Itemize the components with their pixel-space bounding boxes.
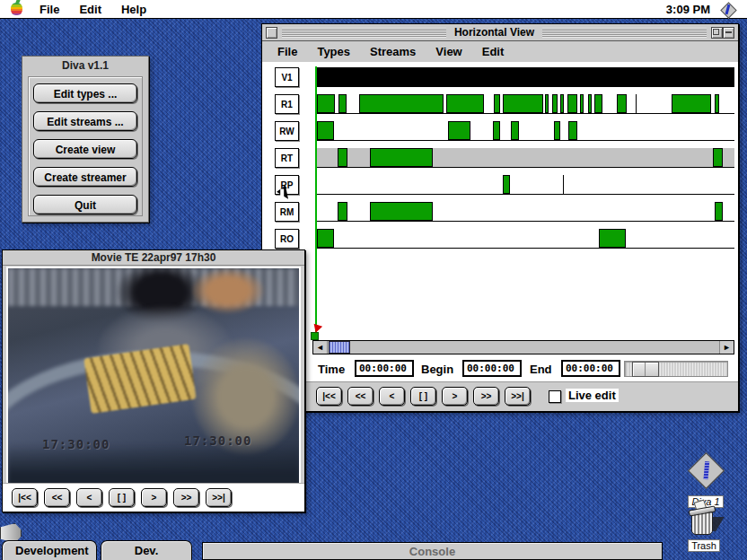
track-bar-rw[interactable] [316,121,734,141]
stop-button[interactable]: [ ] [410,387,436,406]
step-forward-button[interactable]: > [442,387,468,406]
clip-segment[interactable] [338,94,347,113]
clip-segment[interactable] [554,121,560,140]
clip-segment[interactable] [448,121,470,140]
clip-segment[interactable] [317,229,334,248]
clip-segment[interactable] [568,121,577,140]
step-back-button[interactable]: < [379,387,405,406]
clip-segment[interactable] [493,121,500,140]
track-bar-v1[interactable] [316,67,734,87]
menu-edit[interactable]: Edit [69,3,111,16]
hv-titlebar[interactable]: Horizontal View [262,24,738,41]
apple-menu-icon[interactable] [11,3,22,15]
clip-segment[interactable] [715,94,719,113]
stop-button[interactable]: [ ] [109,488,135,507]
track-bar-rt[interactable] [316,148,734,168]
track-bar-ro[interactable] [316,229,734,249]
tab-dev-projects[interactable]: Dev. Projects [101,540,192,560]
clip-segment[interactable] [713,148,723,167]
go-end-button[interactable]: >>| [505,387,531,406]
track-label-r1[interactable]: R1 [275,94,299,114]
menu-file[interactable]: File [30,3,69,16]
zoom-slider-thumb[interactable] [632,362,659,377]
clip-segment[interactable] [370,202,433,221]
begin-field[interactable] [462,360,522,377]
track-label-rt[interactable]: RT [275,148,299,168]
zoom-slider[interactable] [624,361,728,377]
go-start-button[interactable]: |<< [12,488,38,507]
track-bar-r1[interactable] [316,94,734,114]
clip-segment[interactable] [317,121,334,140]
hv-menu-types[interactable]: Types [307,45,360,58]
clip-segment[interactable] [494,94,500,113]
time-field[interactable] [355,360,414,377]
track-bar-rm[interactable] [316,202,734,222]
step-back-button[interactable]: < [76,488,102,507]
clip-segment[interactable] [560,94,564,113]
clip-segment[interactable] [672,94,711,113]
clip-segment[interactable] [599,229,626,248]
clip-segment[interactable] [316,67,734,86]
scroll-left-arrow-icon[interactable]: ◄ [313,341,328,354]
end-field[interactable] [561,360,620,377]
live-edit-checkbox[interactable] [549,390,561,403]
clip-segment[interactable] [503,94,543,113]
rewind-button[interactable]: << [44,488,70,507]
hv-menu-view[interactable]: View [426,45,471,58]
edit-streams-button[interactable]: Edit streams ... [33,111,137,131]
clip-segment[interactable] [715,202,723,221]
hv-menu-edit[interactable]: Edit [472,45,514,58]
edit-types-button[interactable]: Edit types ... [33,83,137,103]
track-bar-rp[interactable] [316,175,734,195]
clip-segment[interactable] [503,175,510,194]
clip-segment[interactable] [567,94,577,113]
movie-window: Movie TE 22apr97 17h30 17:30:00 17:30:00… [2,249,305,512]
clip-segment[interactable] [446,94,484,113]
menubar-items: FileEditHelp [30,3,156,16]
clip-segment[interactable] [370,148,433,167]
track-label-v1[interactable]: V1 [275,67,299,87]
scrollbar-thumb[interactable] [329,341,350,354]
tab-development[interactable]: Development [2,540,97,560]
movie-titlebar[interactable]: Movie TE 22apr97 17h30 [3,250,304,266]
track-label-rm[interactable]: RM [275,202,299,222]
desktop-icon-trash[interactable]: Trash [675,503,733,553]
hv-menu-streams[interactable]: Streams [360,45,426,58]
clip-segment[interactable] [317,94,335,113]
create-view-button[interactable]: Create view [33,139,137,159]
clip-segment[interactable] [552,94,558,113]
playhead-line[interactable] [315,66,317,332]
clip-segment[interactable] [545,94,549,113]
desktop-icon-diva[interactable]: Diva 1 [677,452,734,509]
clip-segment[interactable] [594,94,602,113]
zoom-box-icon[interactable] [711,27,723,39]
application-menu-icon[interactable] [721,3,734,16]
track-label-ro[interactable]: RO [275,229,299,249]
rewind-button[interactable]: << [347,387,374,406]
menu-help[interactable]: Help [111,3,156,16]
quit-button[interactable]: Quit [33,195,137,214]
clip-segment[interactable] [338,202,347,221]
fast-forward-button[interactable]: >> [173,488,199,507]
track-label-rw[interactable]: RW [275,121,299,141]
clip-segment[interactable] [511,121,519,140]
clip-segment[interactable] [588,94,592,113]
collapse-box-icon[interactable] [723,27,734,39]
movie-window-title: Movie TE 22apr97 17h30 [6,251,301,264]
fast-forward-button[interactable]: >> [473,387,499,406]
create-streamer-button[interactable]: Create streamer [33,167,137,187]
step-forward-button[interactable]: > [141,488,167,507]
scroll-right-arrow-icon[interactable]: ► [719,341,734,354]
close-box-icon[interactable] [266,27,277,39]
hv-menu-file[interactable]: File [268,45,307,58]
clip-tick [636,94,637,113]
horizontal-scrollbar[interactable]: ◄ ► [312,340,734,354]
go-end-button[interactable]: >>| [206,488,232,507]
track-row-rm: RM [275,202,738,222]
clip-segment[interactable] [359,94,444,113]
clip-segment[interactable] [338,148,347,167]
clip-segment[interactable] [617,94,627,113]
console-titlebar[interactable]: Console [202,542,663,560]
clip-segment[interactable] [580,94,584,113]
go-start-button[interactable]: |<< [316,387,342,406]
